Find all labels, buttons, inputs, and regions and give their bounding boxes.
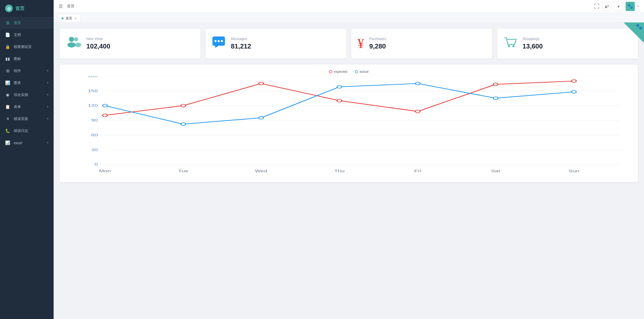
dropdown-button[interactable]: ▾ [614,2,623,11]
new-visits-icon [66,36,81,51]
stat-info-messages: Messages 81,212 [231,37,251,50]
stat-info-new-visits: New Visits 102,400 [86,37,110,50]
sidebar-item-components[interactable]: ⊞ 组件 ▾ [0,65,54,77]
svg-point-43 [415,82,420,85]
svg-point-34 [259,82,263,85]
error-log-icon: 🐛 [5,128,10,133]
svg-point-9 [508,45,510,47]
sidebar-item-label: 权限测试页 [14,45,49,49]
svg-point-33 [181,104,185,107]
legend-dot-actual [355,70,358,73]
sidebar-item-charts[interactable]: 📊 图表 ▾ [0,77,54,89]
svg-text:Fri: Fri [414,169,421,173]
chevron-down-icon: ▾ [47,69,49,72]
stat-value: 13,600 [522,42,543,50]
header-actions: ⛶ Az ▾ 🐾 ▾ [594,2,639,11]
sidebar-item-error-pages[interactable]: ✕ 错误页面 ▾ [0,113,54,125]
svg-point-36 [415,110,420,113]
sidebar-item-complex[interactable]: ◉ 综合实例 ▾ [0,89,54,101]
svg-point-39 [103,104,107,107]
svg-point-38 [571,80,576,82]
avatar-chevron-icon: ▾ [637,5,639,8]
svg-point-6 [218,40,220,42]
tab-dot [62,17,64,19]
stat-label: Purchases [369,37,386,41]
translate-icon: Az [605,4,609,9]
complex-icon: ◉ [5,92,10,97]
sidebar-logo-label: 首页 [15,5,25,11]
svg-point-1 [67,42,76,47]
chevron-down-icon: ▾ [47,81,49,84]
content-area: 🐾 New Visits 102,400 [54,22,644,319]
sidebar-item-permission[interactable]: 🔒 权限测试页 [0,41,54,53]
svg-point-42 [337,85,342,88]
svg-text:60: 60 [91,133,98,137]
forms-icon: 📋 [5,104,10,109]
svg-text:30: 30 [91,148,98,152]
translate-button[interactable]: Az [602,2,611,11]
tab-home[interactable]: 首页 ✕ [58,14,80,22]
fullscreen-icon[interactable]: ⛶ [594,3,600,10]
sidebar-item-home[interactable]: ⊞ 首页 [0,17,54,29]
components-icon: ⊞ [5,68,10,73]
chevron-down-icon: ▾ [618,4,619,8]
logo-icon: ◎ [5,5,13,12]
stat-label: Messages [231,37,251,41]
top-header: ☰ 首页 ⛶ Az ▾ 🐾 ▾ [54,0,644,13]
legend-actual: actual [355,70,368,73]
chart-card: expected actual .grid-line { stroke: #e8… [60,65,638,182]
stat-value: 9,280 [369,42,386,50]
sidebar-logo[interactable]: ◎ 首页 [0,0,54,17]
stat-info-purchases: Purchases 9,280 [369,37,386,50]
tab-close-icon[interactable]: ✕ [74,17,77,20]
excel-icon: 📊 [5,140,10,145]
svg-point-41 [259,116,263,119]
svg-point-37 [493,83,498,86]
chevron-down-icon: ▾ [47,105,49,108]
svg-marker-8 [215,46,219,48]
sidebar-item-icons[interactable]: ▮▮ 图标 [0,53,54,65]
stat-card-messages: Messages 81,212 [206,29,346,58]
avatar[interactable]: 🐾 [626,2,635,11]
stat-info-shoppings: Shoppings 13,600 [522,37,543,50]
chevron-down-icon: ▾ [47,93,49,96]
main-content: ☰ 首页 ⛶ Az ▾ 🐾 ▾ 首页 ✕ 🐾 [54,0,644,319]
stat-card-purchases: ¥ Purchases 9,280 [351,29,492,58]
svg-text:Wed: Wed [255,169,267,173]
svg-point-44 [493,97,498,100]
sidebar: ◎ 首页 ⊞ 首页 📄 文档 🔒 权限测试页 ▮▮ 图标 ⊞ 组件 ▾ 📊 图表… [0,0,54,319]
chart-container: .grid-line { stroke: #e8ecf0; stroke-wid… [67,76,630,176]
sidebar-item-label: 表单 [14,105,43,109]
sidebar-item-label: 错误日志 [14,129,49,133]
sidebar-item-excel[interactable]: 📊 excel ▾ [0,137,54,149]
svg-text:Sat: Sat [491,169,500,173]
svg-text:Mon: Mon [99,169,111,173]
sidebar-nav: ⊞ 首页 📄 文档 🔒 权限测试页 ▮▮ 图标 ⊞ 组件 ▾ 📊 图表 ▾ ◉ … [0,17,54,319]
sidebar-item-forms[interactable]: 📋 表单 ▾ [0,101,54,113]
svg-point-3 [75,43,81,47]
stat-card-new-visits: New Visits 102,400 [60,29,200,58]
svg-text:Sun: Sun [568,169,579,173]
sidebar-item-label: 首页 [14,21,49,25]
header-title: 首页 [67,4,590,9]
corner-icon: 🐾 [636,22,644,30]
hamburger-icon[interactable]: ☰ [59,4,63,9]
svg-point-35 [337,99,342,102]
stat-label: New Visits [86,37,110,41]
avatar-icon: 🐾 [627,4,633,9]
home-icon: ⊞ [5,20,10,25]
svg-point-40 [181,123,185,126]
svg-point-45 [571,90,576,93]
error-pages-icon: ✕ [5,116,10,121]
sidebar-item-error-log[interactable]: 🐛 错误日志 [0,125,54,137]
sidebar-item-docs[interactable]: 📄 文档 [0,29,54,41]
svg-text:90: 90 [91,118,98,122]
shoppings-icon [503,36,517,51]
sidebar-item-label: 综合实例 [14,93,43,97]
svg-text:150: 150 [88,89,98,93]
sidebar-item-label: 图标 [14,57,49,61]
icons-icon: ▮▮ [5,56,10,61]
line-chart: .grid-line { stroke: #e8ecf0; stroke-wid… [67,76,630,176]
svg-text:180: 180 [88,76,98,78]
legend-label-expected: expected [334,70,347,73]
